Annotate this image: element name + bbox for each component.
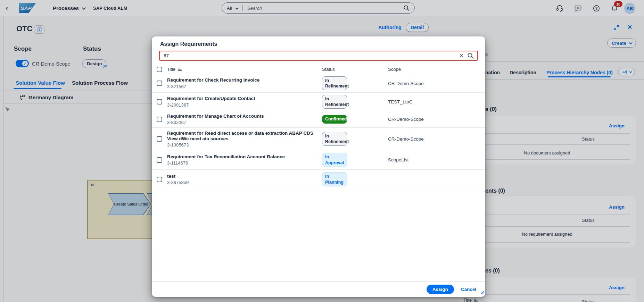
status-badge: Confirmed <box>322 115 347 123</box>
status-badge: In Planning <box>322 172 347 186</box>
row-checkbox[interactable] <box>157 136 162 142</box>
select-all-checkbox[interactable] <box>157 67 162 72</box>
table-row[interactable]: Requirement for Read direct access or da… <box>152 128 485 150</box>
dialog-footer: Assign Cancel <box>152 281 485 297</box>
table-row[interactable]: Requirement for Check Recurring Invoice3… <box>152 74 485 93</box>
dialog-search-icon[interactable] <box>467 52 474 60</box>
table-header-row: Title Status Scope <box>152 65 485 74</box>
sort-icon[interactable] <box>178 67 182 71</box>
clear-search-icon[interactable]: ✕ <box>459 53 463 58</box>
column-scope: Scope <box>388 67 480 72</box>
table-row[interactable]: Requirement for Create/Update Contact3-2… <box>152 93 485 111</box>
table-row[interactable]: Requirement for Tax Reconciliation Accou… <box>152 150 485 170</box>
resize-grip[interactable] <box>480 290 484 296</box>
table-row[interactable]: test3-3675859 In Planning <box>152 170 485 189</box>
status-badge: In Refinement <box>322 95 347 109</box>
row-checkbox[interactable] <box>157 177 162 182</box>
dialog-title: Assign Requirements <box>152 36 485 50</box>
requirements-table: Title Status Scope Requirement for Check… <box>152 65 485 189</box>
assign-requirements-dialog: Assign Requirements ✕ Title Status Scope… <box>152 36 485 297</box>
cancel-button[interactable]: Cancel <box>461 287 476 292</box>
dialog-search: ✕ <box>159 51 478 61</box>
row-checkbox[interactable] <box>157 99 162 104</box>
dialog-search-input[interactable] <box>159 51 478 61</box>
status-badge: In Approval <box>322 153 347 167</box>
table-row[interactable]: Requirement for Manage Chart of Accounts… <box>152 111 485 128</box>
row-checkbox[interactable] <box>157 157 162 163</box>
assign-button[interactable]: Assign <box>427 285 454 294</box>
column-status: Status <box>322 67 388 72</box>
row-checkbox[interactable] <box>157 117 162 122</box>
row-checkbox[interactable] <box>157 81 162 86</box>
status-badge: In Refinement <box>322 132 347 146</box>
status-badge: In Refinement <box>322 76 347 91</box>
screen: ‹ SAP Processes SAP Cloud ALM All Search… <box>0 0 644 302</box>
column-title: Title <box>167 67 175 72</box>
